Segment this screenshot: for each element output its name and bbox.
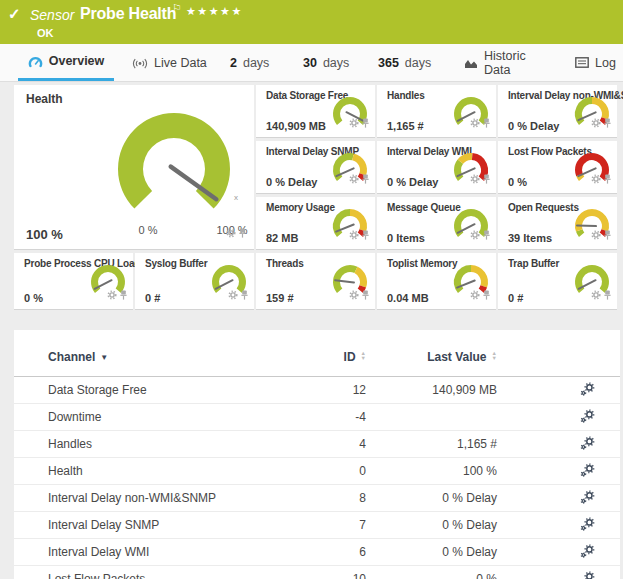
gauge-panel-data-storage-free[interactable]: Data Storage Free 140,909 MB	[256, 85, 375, 138]
gauge-panel-memory-usage[interactable]: Memory Usage 82 MB	[256, 197, 375, 250]
gauge-settings-icon[interactable]	[470, 226, 480, 244]
pin-icon[interactable]	[604, 114, 611, 132]
area-chart-icon	[464, 57, 478, 69]
tab-overview[interactable]: Overview	[18, 44, 114, 81]
gauge-panel-interval-delay-wmi[interactable]: Interval Delay WMI 0 % Delay	[377, 141, 496, 194]
gauge-panel-interval-delay-non-wmi-snmp[interactable]: Interval Delay non-WMI&SNMP 0 % Delay	[498, 85, 617, 138]
table-row[interactable]: Data Storage Free 12 140,909 MB	[14, 377, 620, 404]
pin-icon[interactable]	[483, 286, 490, 304]
channel-name[interactable]: Downtime	[48, 404, 101, 430]
tab-30-days[interactable]: 30days	[303, 44, 355, 81]
gauge-settings-icon[interactable]	[349, 170, 359, 188]
tab-365-days[interactable]: 365days	[378, 44, 436, 81]
gauge-settings-icon[interactable]	[349, 114, 359, 132]
channel-id: 12	[353, 377, 366, 403]
channel-settings-icon[interactable]	[580, 548, 595, 562]
gauge-panel-toplist-memory[interactable]: Toplist Memory 0.04 MB	[377, 253, 496, 310]
gauge-settings-icon[interactable]	[591, 114, 601, 132]
channel-settings-icon[interactable]	[580, 413, 595, 427]
gauge-panel-interval-delay-snmp[interactable]: Interval Delay SNMP 0 % Delay	[256, 141, 375, 194]
gauge-panel-threads[interactable]: Threads 159 #	[256, 253, 375, 310]
gauge-panel-message-queue[interactable]: Message Queue 0 Items	[377, 197, 496, 250]
gauge-panel-probe-process-cpu-load[interactable]: Probe Process CPU Load 0 %	[14, 253, 133, 310]
broadcast-icon	[132, 57, 148, 69]
channel-name[interactable]: Health	[48, 458, 83, 484]
gauge-panel-trap-buffer[interactable]: Trap Buffer 0 #	[498, 253, 617, 310]
gauge-panel-syslog-buffer[interactable]: Syslog Buffer 0 #	[135, 253, 254, 310]
pin-icon[interactable]	[483, 114, 490, 132]
tab-log[interactable]: Log	[575, 44, 619, 81]
table-row[interactable]: Interval Delay non-WMI&SNMP 8 0 % Delay	[14, 485, 620, 512]
gauge-settings-icon[interactable]	[470, 286, 480, 304]
channel-name[interactable]: Interval Delay non-WMI&SNMP	[48, 485, 216, 511]
column-header-id[interactable]: ID▲▼	[344, 346, 366, 368]
channel-name[interactable]: Interval Delay SNMP	[48, 512, 159, 538]
log-list-icon	[575, 57, 589, 68]
gauge-panel-open-requests[interactable]: Open Requests 39 Items	[498, 197, 617, 250]
gauge-settings-icon[interactable]	[107, 286, 117, 304]
gauge-settings-icon[interactable]	[470, 170, 480, 188]
gauge-settings-icon[interactable]	[591, 226, 601, 244]
channel-settings[interactable]	[580, 382, 595, 400]
pin-icon[interactable]	[604, 170, 611, 188]
tab-label: Log	[595, 56, 616, 70]
channel-name[interactable]: Interval Delay WMI	[48, 539, 149, 565]
pin-icon[interactable]	[362, 286, 369, 304]
gauge-panel-lost-flow-packets[interactable]: Lost Flow Packets 0 %	[498, 141, 617, 194]
channel-settings-icon[interactable]	[580, 494, 595, 508]
channel-id: 7	[359, 512, 366, 538]
channel-name[interactable]: Lost Flow Packets	[48, 566, 145, 579]
channel-settings[interactable]	[580, 517, 595, 535]
channel-settings[interactable]	[580, 544, 595, 562]
pin-icon[interactable]	[604, 286, 611, 304]
table-row[interactable]: Handles 4 1,165 #	[14, 431, 620, 458]
pin-icon[interactable]	[120, 286, 127, 304]
table-row[interactable]: Health 0 100 %	[14, 458, 620, 485]
table-row[interactable]: Downtime -4	[14, 404, 620, 431]
pin-icon[interactable]	[239, 224, 246, 242]
channel-settings-icon[interactable]	[580, 467, 595, 481]
channel-id: 8	[359, 485, 366, 511]
gauge-settings-icon[interactable]	[470, 114, 480, 132]
channel-settings[interactable]	[580, 490, 595, 508]
pin-icon[interactable]	[483, 170, 490, 188]
gauge-settings-icon[interactable]	[591, 170, 601, 188]
table-row[interactable]: Lost Flow Packets 10 0 %	[14, 566, 620, 579]
column-label: ID	[344, 350, 356, 364]
channel-settings-icon[interactable]	[580, 575, 595, 579]
gauge-settings-icon[interactable]	[228, 286, 238, 304]
channel-settings-icon[interactable]	[580, 440, 595, 454]
channel-settings[interactable]	[580, 463, 595, 481]
channel-settings[interactable]	[580, 436, 595, 454]
channel-settings[interactable]	[580, 409, 595, 427]
column-header-last-value[interactable]: Last Value▲▼	[427, 346, 497, 368]
channel-settings[interactable]	[580, 571, 595, 579]
channel-name[interactable]: Handles	[48, 431, 92, 457]
tab-historic-data[interactable]: Historic Data	[464, 44, 552, 81]
pin-icon[interactable]	[362, 114, 369, 132]
table-row[interactable]: Interval Delay WMI 6 0 % Delay	[14, 539, 620, 566]
priority-stars[interactable]: ★★★★★	[186, 5, 243, 18]
channel-settings-icon[interactable]	[580, 386, 595, 400]
pin-icon[interactable]	[362, 170, 369, 188]
gauge-settings-icon[interactable]	[349, 226, 359, 244]
gauge-panel-handles[interactable]: Handles 1,165 #	[377, 85, 496, 138]
column-header-channel[interactable]: Channel▼	[48, 346, 108, 370]
tab-2-days[interactable]: 2days	[230, 44, 276, 81]
channel-name[interactable]: Data Storage Free	[48, 377, 147, 403]
tab-live-data[interactable]: Live Data	[132, 44, 208, 81]
pin-icon[interactable]	[241, 286, 248, 304]
gauge-panel-health[interactable]: Health x 0 % 100 % 100 %	[14, 85, 254, 250]
pin-icon[interactable]	[604, 226, 611, 244]
gauge-settings-icon[interactable]	[591, 286, 601, 304]
gauge-settings-icon[interactable]	[226, 224, 236, 242]
pin-icon[interactable]	[483, 226, 490, 244]
gauge-settings-icon[interactable]	[349, 286, 359, 304]
table-row[interactable]: Interval Delay SNMP 7 0 % Delay	[14, 512, 620, 539]
gauge-title: Threads	[266, 258, 304, 269]
flag-icon[interactable]: ⚐	[172, 2, 182, 15]
pin-icon[interactable]	[362, 226, 369, 244]
tab-bar: Overview Live Data 2days 30days 365days …	[0, 44, 623, 82]
channel-settings-icon[interactable]	[580, 521, 595, 535]
gauge-title: Trap Buffer	[508, 258, 559, 269]
